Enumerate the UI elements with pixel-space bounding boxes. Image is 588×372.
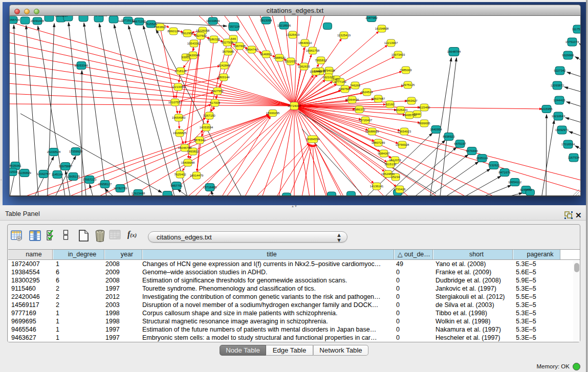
svg-text:10654112: 10654112 (508, 181, 522, 184)
svg-text:16671355: 16671355 (133, 20, 146, 23)
svg-text:18300295: 18300295 (266, 112, 280, 115)
svg-text:1493822: 1493822 (187, 150, 199, 153)
svg-text:746266: 746266 (350, 84, 361, 87)
svg-text:8427552: 8427552 (211, 90, 224, 93)
svg-text:13325419: 13325419 (286, 33, 300, 36)
svg-text:19654983: 19654983 (172, 116, 186, 119)
svg-text:10607487: 10607487 (372, 97, 385, 100)
svg-text:15409948: 15409948 (181, 161, 195, 164)
svg-text:23053346: 23053346 (75, 64, 89, 67)
svg-text:6466160: 6466160 (95, 16, 107, 17)
svg-text:9699695: 9699695 (418, 122, 430, 125)
svg-text:10688609: 10688609 (365, 130, 379, 133)
svg-text:16914479: 16914479 (190, 174, 204, 177)
svg-text:5944: 5944 (413, 113, 421, 116)
svg-text:3675685: 3675685 (222, 50, 234, 53)
svg-text:8535061: 8535061 (9, 164, 21, 167)
svg-text:20200528: 20200528 (47, 150, 61, 154)
svg-text:10107552: 10107552 (168, 101, 182, 104)
svg-text:7357224: 7357224 (228, 25, 240, 28)
svg-text:16046788: 16046788 (178, 146, 192, 149)
svg-text:7986372: 7986372 (353, 108, 365, 111)
svg-text:19218506: 19218506 (277, 24, 291, 27)
svg-text:14353594: 14353594 (200, 126, 213, 129)
svg-text:1588520: 1588520 (273, 56, 286, 59)
svg-text:8912954: 8912954 (181, 32, 193, 35)
svg-text:3624514: 3624514 (361, 91, 373, 94)
svg-text:1733426: 1733426 (394, 188, 406, 191)
svg-text:9457791: 9457791 (170, 184, 183, 187)
svg-text:12905135: 12905135 (67, 175, 80, 178)
svg-text:5813054: 5813054 (260, 19, 272, 22)
svg-text:7625402: 7625402 (174, 173, 186, 176)
svg-text:8938923: 8938923 (443, 135, 455, 138)
svg-text:9463627: 9463627 (405, 99, 418, 102)
svg-text:9245652: 9245652 (520, 188, 532, 191)
svg-text:16033809: 16033809 (206, 19, 220, 23)
svg-text:18807249: 18807249 (372, 141, 385, 144)
svg-text:546: 546 (231, 37, 236, 40)
svg-text:13654923: 13654923 (398, 130, 411, 133)
svg-text:9146821: 9146821 (260, 53, 272, 56)
svg-text:2367608: 2367608 (233, 45, 246, 48)
svg-text:7132621: 7132621 (488, 164, 500, 167)
svg-text:7485003: 7485003 (400, 69, 412, 72)
svg-text:9777169: 9777169 (334, 80, 346, 83)
svg-text:25234: 25234 (391, 176, 400, 179)
svg-text:14136141: 14136141 (370, 185, 384, 188)
svg-text:17359928: 17359928 (69, 150, 83, 153)
svg-text:9084067: 9084067 (378, 152, 390, 155)
svg-text:18724007: 18724007 (288, 104, 301, 107)
svg-text:391534: 391534 (9, 170, 18, 173)
svg-text:8454749: 8454749 (246, 48, 258, 51)
svg-text:15226058: 15226058 (196, 29, 210, 32)
svg-text:2718126: 2718126 (175, 70, 187, 73)
svg-text:17957223: 17957223 (83, 178, 97, 181)
svg-text:1612074: 1612074 (389, 159, 401, 162)
svg-text:9474444: 9474444 (466, 149, 478, 152)
svg-text:16154808: 16154808 (375, 27, 389, 30)
svg-text:20091406: 20091406 (31, 19, 45, 23)
svg-text:19384554: 19384554 (306, 138, 320, 141)
svg-text:2935114: 2935114 (476, 157, 489, 160)
svg-text:12342757: 12342757 (37, 172, 51, 176)
svg-text:9115460: 9115460 (419, 106, 431, 109)
svg-text:1990443: 1990443 (310, 70, 322, 73)
svg-text:417006: 417006 (210, 101, 221, 104)
svg-text:8878342: 8878342 (193, 139, 206, 142)
svg-text:19756928: 19756928 (396, 143, 409, 146)
svg-text:15751074: 15751074 (565, 40, 579, 43)
svg-text:6479197: 6479197 (454, 142, 466, 145)
svg-text:7955812: 7955812 (315, 59, 327, 62)
svg-text:10653287: 10653287 (55, 16, 69, 17)
svg-text:12923488: 12923488 (132, 192, 145, 195)
svg-text:8660124: 8660124 (167, 30, 180, 33)
svg-text:10543362: 10543362 (187, 42, 201, 45)
svg-text:9327505: 9327505 (221, 41, 233, 44)
svg-text:15716485: 15716485 (203, 186, 217, 189)
svg-text:9329966: 9329966 (562, 54, 574, 57)
svg-text:15720407: 15720407 (359, 119, 373, 122)
svg-text:62160: 62160 (386, 103, 395, 106)
svg-text:1244415: 1244415 (553, 99, 565, 102)
svg-text:2803144: 2803144 (217, 76, 230, 79)
svg-text:7242848: 7242848 (218, 64, 230, 67)
svg-text:10958127: 10958127 (98, 183, 112, 186)
svg-text:10025433: 10025433 (394, 108, 408, 112)
svg-text:1362635: 1362635 (298, 65, 310, 68)
svg-text:8186328: 8186328 (208, 38, 220, 41)
svg-text:16961758: 16961758 (306, 49, 320, 52)
svg-text:12093872: 12093872 (551, 84, 564, 87)
svg-text:5322037: 5322037 (285, 60, 297, 63)
svg-text:6497508: 6497508 (339, 87, 351, 91)
svg-text:32975887: 32975887 (59, 165, 73, 168)
svg-text:2087682: 2087682 (365, 16, 378, 19)
svg-text:93901: 93901 (182, 56, 190, 59)
svg-text:9227342: 9227342 (554, 69, 566, 72)
svg-text:7663822: 7663822 (154, 26, 166, 29)
svg-text:9327509: 9327509 (194, 34, 207, 37)
svg-text:5215955: 5215955 (540, 107, 553, 111)
svg-text:8471676: 8471676 (498, 171, 511, 174)
svg-text:12213369: 12213369 (171, 85, 185, 89)
svg-text:10973403: 10973403 (391, 53, 405, 56)
